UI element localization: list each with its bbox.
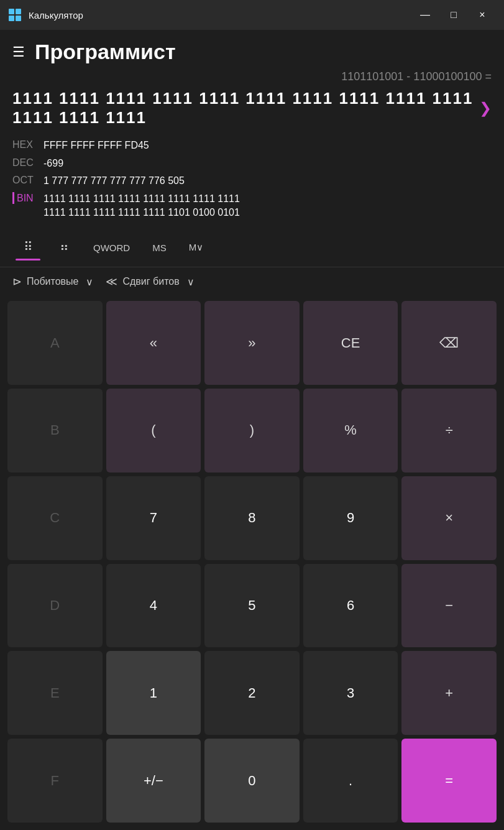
- calc-btn--[interactable]: ÷: [401, 389, 497, 473]
- oct-row: OCT 1 777 777 777 777 777 776 505: [12, 174, 492, 188]
- result-display: 1111 1111 1111 1111 1111 1111 1111 1111 …: [12, 89, 477, 127]
- bin-label: BIN: [12, 192, 44, 204]
- operator-row: ⊳ Побитовые ∨ ≪ Сдвиг битов ∨: [0, 267, 504, 296]
- result-line: 1111 1111 1111 1111 1111 1111 1111 1111 …: [12, 89, 492, 127]
- svg-rect-3: [16, 16, 21, 21]
- bitwise-label: Побитовые: [27, 276, 78, 287]
- calc-btn-B: B: [7, 389, 103, 473]
- calc-btn-A: A: [7, 301, 103, 385]
- bitwise-icon: ⊳: [12, 275, 22, 288]
- shift-label: Сдвиг битов: [122, 276, 179, 287]
- bin-value: 1111 1111 1111 1111 1111 1111 1111 1111 …: [44, 192, 240, 220]
- calc-btn--[interactable]: ): [204, 389, 300, 473]
- bitwise-chevron: ∨: [86, 276, 93, 288]
- backspace-icon: ⌫: [439, 335, 459, 351]
- mv-button[interactable]: M∨: [180, 237, 213, 258]
- calc-btn--[interactable]: %: [303, 389, 398, 473]
- calc-btn-2[interactable]: 2: [204, 651, 300, 735]
- calc-btn-6[interactable]: 6: [303, 564, 398, 648]
- calc-btn-7[interactable]: 7: [106, 476, 201, 560]
- bitwise-button[interactable]: ⊳ Побитовые ∨: [12, 275, 93, 288]
- calc-btn-CE[interactable]: CE: [303, 301, 398, 385]
- hex-value: FFFF FFFF FFFF FD45: [44, 139, 149, 152]
- minimize-button[interactable]: —: [411, 0, 439, 30]
- calc-btn----[interactable]: +/−: [106, 739, 201, 823]
- dots-icon: ⠶: [60, 239, 69, 254]
- calc-btn--[interactable]: .: [303, 739, 398, 823]
- hex-row: HEX FFFF FFFF FFFF FD45: [12, 139, 492, 152]
- qword-button[interactable]: QWORD: [85, 237, 139, 258]
- calc-btn-C: C: [7, 476, 103, 560]
- ms-button[interactable]: MS: [144, 237, 175, 258]
- calc-btn-0[interactable]: 0: [204, 739, 300, 823]
- mode-row: ⠿ ⠶ QWORD MS M∨: [0, 228, 504, 267]
- app-header: ☰ Программист: [0, 30, 504, 70]
- calc-btn--[interactable]: −: [401, 564, 497, 648]
- calc-btn-D: D: [7, 564, 103, 648]
- oct-value: 1 777 777 777 777 777 776 505: [44, 174, 185, 188]
- dec-value: -699: [44, 157, 63, 170]
- shift-button[interactable]: ≪ Сдвиг битов ∨: [106, 275, 194, 288]
- hamburger-icon[interactable]: ☰: [12, 44, 25, 60]
- app-window: Калькулятор — □ × ☰ Программист 11011010…: [0, 0, 504, 830]
- calc-btn--[interactable]: ×: [401, 476, 497, 560]
- dec-row: DEC -699: [12, 157, 492, 170]
- calc-btn--[interactable]: +: [401, 651, 497, 735]
- maximize-button[interactable]: □: [439, 0, 468, 30]
- titlebar-controls: — □ ×: [411, 0, 497, 30]
- dots-mode-button[interactable]: ⠶: [48, 234, 80, 261]
- titlebar: Калькулятор — □ ×: [0, 0, 504, 30]
- bases-area: HEX FFFF FFFF FFFF FD45 DEC -699 OCT 1 7…: [0, 134, 504, 228]
- dec-label: DEC: [12, 157, 44, 168]
- display-area: 1101101001 - 11000100100 = 1111 1111 111…: [0, 70, 504, 134]
- calc-btn-4[interactable]: 4: [106, 564, 201, 648]
- calc-btn--[interactable]: =: [401, 739, 497, 823]
- svg-rect-0: [9, 9, 14, 14]
- calc-btn-5[interactable]: 5: [204, 564, 300, 648]
- bin-row: BIN 1111 1111 1111 1111 1111 1111 1111 1…: [12, 192, 492, 220]
- calc-btn-8[interactable]: 8: [204, 476, 300, 560]
- calc-btn-3[interactable]: 3: [303, 651, 398, 735]
- svg-rect-1: [16, 9, 21, 14]
- calculator-grid: A«»CE⌫B()%÷C789×D456−E123+F+/−0.=: [0, 296, 504, 830]
- calc-btn-1[interactable]: 1: [106, 651, 201, 735]
- close-button[interactable]: ×: [468, 0, 497, 30]
- shift-icon: ≪: [106, 275, 117, 288]
- hex-label: HEX: [12, 139, 44, 150]
- calc-btn-9[interactable]: 9: [303, 476, 398, 560]
- result-arrow: ❯: [479, 99, 492, 117]
- numpad-icon: ⠿: [24, 239, 33, 254]
- calc-btn--[interactable]: (: [106, 389, 201, 473]
- titlebar-title: Калькулятор: [29, 10, 411, 21]
- numpad-mode-button[interactable]: ⠿: [12, 234, 44, 261]
- calc-btn--[interactable]: «: [106, 301, 201, 385]
- shift-chevron: ∨: [187, 276, 195, 288]
- oct-label: OCT: [12, 174, 44, 186]
- app-icon: [7, 7, 22, 22]
- expression-display: 1101101001 - 11000100100 =: [12, 70, 492, 86]
- calc-btn-E: E: [7, 651, 103, 735]
- calc-btn--[interactable]: ⌫: [401, 301, 497, 385]
- app-title: Программист: [35, 40, 176, 64]
- svg-rect-2: [9, 16, 14, 21]
- calc-btn--[interactable]: »: [204, 301, 300, 385]
- calc-btn-F: F: [7, 739, 103, 823]
